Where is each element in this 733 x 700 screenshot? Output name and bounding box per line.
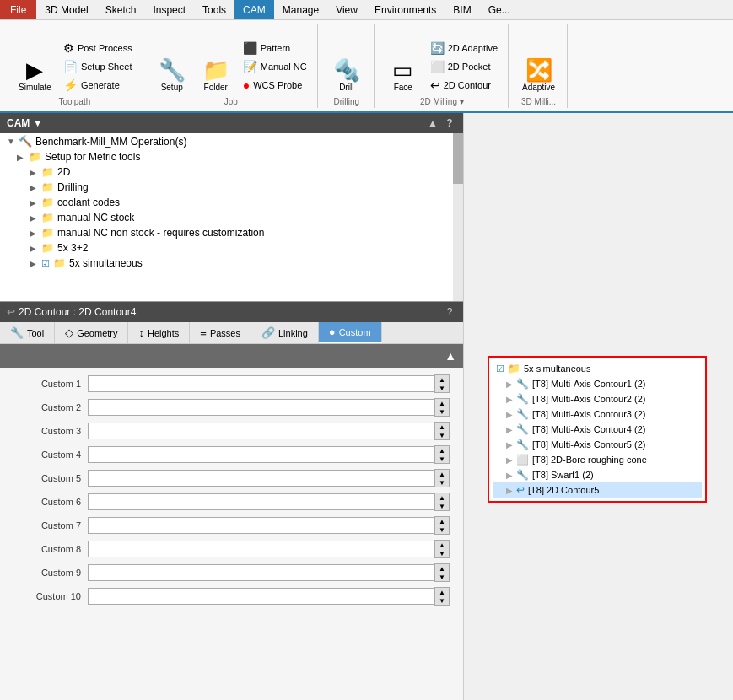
tree-item-coolant[interactable]: ▶ 📁 coolant codes	[0, 195, 463, 210]
adaptive-button[interactable]: 🔀 Adaptive	[517, 56, 560, 95]
face-button[interactable]: ▭ Face	[383, 56, 423, 95]
2d-pocket-button[interactable]: ⬜ 2D Pocket	[427, 58, 501, 75]
simulate-button[interactable]: ▶ Simulate	[13, 56, 57, 95]
tree-root[interactable]: ▼ 🔨 Benchmark-Mill_MM Operation(s)	[0, 133, 463, 149]
tab-geometry[interactable]: ◇ Geometry	[55, 322, 128, 343]
custom-6-down[interactable]: ▼	[435, 502, 449, 510]
custom-5-input[interactable]	[88, 470, 434, 487]
custom-1-down[interactable]: ▼	[435, 384, 449, 392]
custom-2-input[interactable]	[88, 399, 434, 416]
popup-item-multiaxis4[interactable]: ▶ 🔧 [T8] Multi-Axis Contour4 (2)	[493, 422, 702, 437]
custom-10-down[interactable]: ▼	[435, 596, 449, 605]
pattern-button[interactable]: ⬛ Pattern	[240, 40, 310, 57]
menu-sketch[interactable]: Sketch	[97, 0, 145, 19]
tree-item-manual-nc2[interactable]: ▶ 📁 manual NC non stock - requires custo…	[0, 225, 463, 240]
custom-5-down[interactable]: ▼	[435, 478, 449, 487]
custom-10-input-wrapper: ▲ ▼	[88, 587, 450, 606]
5x-sim-check-icon: ☑	[41, 258, 50, 269]
menu-manage[interactable]: Manage	[274, 0, 327, 19]
custom-3-input-wrapper: ▲ ▼	[88, 422, 450, 440]
custom-4-down[interactable]: ▼	[435, 455, 449, 463]
tab-passes[interactable]: ≡ Passes	[190, 322, 251, 343]
menu-bim[interactable]: BIM	[445, 0, 479, 19]
folder-button[interactable]: 📁 Folder	[196, 56, 236, 95]
2d-adaptive-button[interactable]: 🔄 2D Adaptive	[427, 40, 501, 57]
custom-collapse-btn[interactable]: ▲	[441, 347, 460, 364]
popup-expand-bore: ▶	[506, 455, 513, 465]
custom-7-down[interactable]: ▼	[435, 525, 449, 534]
manual-nc-button[interactable]: 📝 Manual NC	[240, 58, 310, 75]
drill-icon: 🔩	[333, 59, 360, 81]
post-process-button[interactable]: ⚙ Post Process	[60, 40, 136, 57]
drill-button[interactable]: 🔩 Drill	[326, 56, 367, 95]
generate-button[interactable]: ⚡ Generate	[60, 77, 136, 94]
popup-item-bore[interactable]: ▶ ⬜ [T8] 2D-Bore roughing cone	[493, 452, 702, 467]
menu-3d-model[interactable]: 3D Model	[36, 0, 96, 19]
custom-2-up[interactable]: ▲	[435, 399, 449, 407]
custom-9-input[interactable]	[88, 564, 434, 581]
custom-1-up[interactable]: ▲	[435, 375, 449, 384]
custom-7-input-wrapper: ▲ ▼	[88, 516, 450, 535]
custom-6-up[interactable]: ▲	[435, 493, 449, 502]
5x-sim-label: 5x simultaneous	[69, 257, 143, 269]
wcs-probe-button[interactable]: ● WCS Probe	[240, 77, 310, 94]
tree-item-setup[interactable]: ▶ 📁 Setup for Metric tools	[0, 149, 463, 164]
tab-linking[interactable]: 🔗 Linking	[251, 322, 319, 343]
menu-cam[interactable]: CAM	[234, 0, 274, 19]
popup-contour5-label: [T8] 2D Contour5	[528, 485, 599, 495]
custom-5-up[interactable]: ▲	[435, 470, 449, 478]
popup-item-multiaxis1[interactable]: ▶ 🔧 [T8] Multi-Axis Contour1 (2)	[493, 376, 702, 391]
custom-4-input[interactable]	[88, 446, 434, 463]
passes-tab-icon: ≡	[200, 326, 207, 339]
menu-file[interactable]: File	[0, 0, 36, 19]
setup-sheet-button[interactable]: 📄 Setup Sheet	[60, 58, 136, 75]
popup-item-contour5[interactable]: ▶ ↩ [T8] 2D Contour5	[493, 482, 702, 498]
tree-item-2d[interactable]: ▶ 📁 2D	[0, 164, 463, 180]
tree-item-5x-sim[interactable]: ▶ ☑ 📁 5x simultaneous	[0, 256, 463, 271]
menu-tools[interactable]: Tools	[194, 0, 234, 19]
custom-4-up[interactable]: ▲	[435, 446, 449, 455]
custom-tab-icon: ●	[329, 326, 336, 338]
geometry-tab-icon: ◇	[65, 326, 73, 339]
custom-6-input[interactable]	[88, 493, 434, 510]
popup-item-multiaxis5[interactable]: ▶ 🔧 [T8] Multi-Axis Contour5 (2)	[493, 437, 702, 452]
tree-scrollbar[interactable]	[453, 133, 463, 301]
custom-10-input[interactable]	[88, 588, 434, 605]
popup-item-swarf[interactable]: ▶ 🔧 [T8] Swarf1 (2)	[493, 467, 702, 482]
custom-7-input[interactable]	[88, 517, 434, 534]
custom-8-down[interactable]: ▼	[435, 549, 449, 557]
tab-custom[interactable]: ● Custom	[319, 322, 382, 343]
menu-environments[interactable]: Environments	[366, 0, 445, 19]
custom-10-up[interactable]: ▲	[435, 588, 449, 596]
menu-inspect[interactable]: Inspect	[144, 0, 194, 19]
menu-ge[interactable]: Ge...	[480, 0, 519, 19]
custom-3-up[interactable]: ▲	[435, 423, 449, 431]
custom-3-input[interactable]	[88, 423, 434, 439]
cam-help-icon[interactable]: ?	[443, 116, 456, 130]
custom-3-label: Custom 3	[13, 426, 81, 436]
popup-item-multiaxis3[interactable]: ▶ 🔧 [T8] Multi-Axis Contour3 (2)	[493, 407, 702, 422]
custom-7-up[interactable]: ▲	[435, 517, 449, 525]
tree-item-5x32[interactable]: ▶ 📁 5x 3+2	[0, 240, 463, 256]
custom-9-down[interactable]: ▼	[435, 573, 449, 581]
cam-expand-icon[interactable]: ▲	[426, 116, 439, 130]
tree-item-manual-nc[interactable]: ▶ 📁 manual NC stock	[0, 210, 463, 225]
custom-9-up[interactable]: ▲	[435, 564, 449, 573]
2d-contour-button[interactable]: ↩ 2D Contour	[427, 77, 501, 94]
tree-item-drilling[interactable]: ▶ 📁 Drilling	[0, 180, 463, 195]
custom-2-down[interactable]: ▼	[435, 407, 449, 416]
custom-8-up[interactable]: ▲	[435, 541, 449, 549]
menu-view[interactable]: View	[327, 0, 366, 19]
tree-scroll-thumb[interactable]	[453, 133, 463, 184]
popup-item-multiaxis2[interactable]: ▶ 🔧 [T8] Multi-Axis Contour2 (2)	[493, 391, 702, 407]
tab-tool[interactable]: 🔧 Tool	[0, 322, 55, 343]
custom-3-down[interactable]: ▼	[435, 431, 449, 439]
custom-1-input[interactable]	[88, 375, 434, 392]
contour-help-icon[interactable]: ?	[443, 305, 456, 319]
custom-row-3: Custom 3 ▲ ▼	[13, 422, 450, 440]
popup-item-5x-sim[interactable]: ☑ 📁 5x simultaneous	[493, 361, 702, 376]
custom-row-8: Custom 8 ▲ ▼	[13, 540, 450, 558]
custom-8-input[interactable]	[88, 541, 434, 557]
setup-button[interactable]: 🔧 Setup	[152, 56, 192, 95]
tab-heights[interactable]: ↕ Heights	[128, 322, 190, 343]
